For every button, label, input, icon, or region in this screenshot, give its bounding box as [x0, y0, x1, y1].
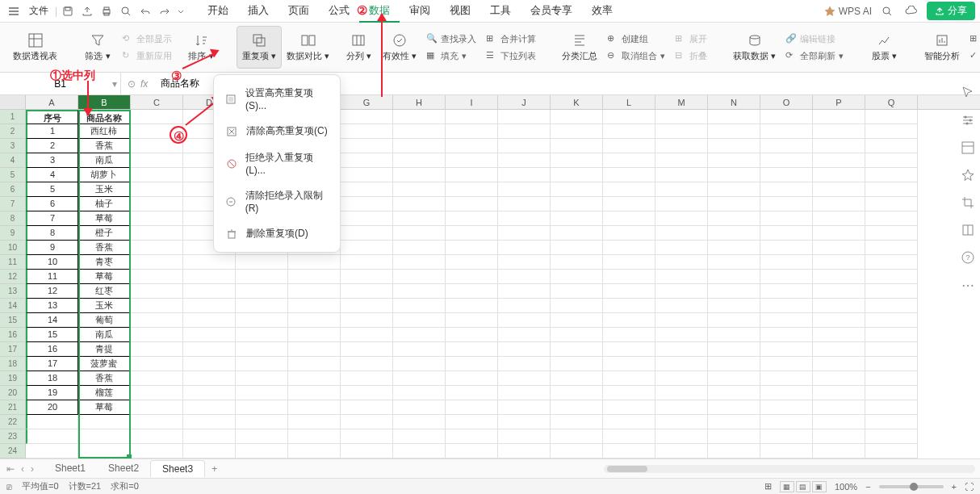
cell[interactable]: [551, 400, 603, 415]
cell[interactable]: [760, 139, 813, 153]
book-icon[interactable]: [961, 223, 975, 237]
cell[interactable]: [498, 328, 551, 342]
cell[interactable]: [498, 182, 551, 197]
duplicates-button[interactable]: 重复项 ▾: [237, 26, 282, 69]
cell[interactable]: [183, 342, 236, 357]
cell[interactable]: 香蕉: [78, 371, 131, 386]
cell[interactable]: [341, 284, 393, 299]
tab-view[interactable]: 视图: [440, 0, 480, 23]
cell[interactable]: [813, 124, 865, 139]
cell[interactable]: [78, 429, 131, 444]
cell[interactable]: [393, 197, 446, 211]
cell[interactable]: [131, 168, 183, 182]
cell[interactable]: [655, 182, 708, 197]
cell[interactable]: [655, 226, 708, 241]
print-icon[interactable]: [98, 2, 115, 20]
row-header[interactable]: 24: [0, 444, 26, 458]
cell[interactable]: [341, 328, 393, 342]
cell[interactable]: [341, 197, 393, 211]
cell[interactable]: [131, 415, 183, 429]
cell[interactable]: [603, 444, 655, 458]
cell[interactable]: [446, 313, 498, 328]
cell[interactable]: [760, 124, 813, 139]
cell[interactable]: [551, 371, 603, 386]
cell[interactable]: [446, 139, 498, 153]
cell[interactable]: [183, 313, 236, 328]
zoom-value[interactable]: 100%: [835, 482, 857, 492]
sheet-tab[interactable]: Sheet3: [150, 460, 205, 477]
cell[interactable]: [813, 255, 865, 270]
cell[interactable]: [236, 284, 288, 299]
cell[interactable]: [551, 226, 603, 241]
cell[interactable]: [288, 429, 341, 444]
cell[interactable]: [603, 429, 655, 444]
cell[interactable]: [865, 124, 918, 139]
cell[interactable]: [446, 357, 498, 371]
cell[interactable]: [498, 429, 551, 444]
cell[interactable]: 15: [26, 328, 78, 342]
cell[interactable]: [708, 444, 760, 458]
cell[interactable]: [393, 357, 446, 371]
cell[interactable]: [393, 400, 446, 415]
cell[interactable]: [131, 444, 183, 458]
cell[interactable]: [760, 400, 813, 415]
col-header-M[interactable]: M: [655, 95, 708, 109]
cell[interactable]: 玉米: [78, 299, 131, 313]
cell[interactable]: [183, 429, 236, 444]
cell[interactable]: [813, 444, 865, 458]
zoom-in-button[interactable]: +: [952, 482, 957, 492]
tab-start[interactable]: 开始: [198, 0, 238, 23]
cell[interactable]: [865, 284, 918, 299]
cell[interactable]: [498, 386, 551, 400]
cell[interactable]: 柚子: [78, 197, 131, 211]
spreadsheet-grid[interactable]: ABCDEFGHIJKLMNOPQ 1234567891011121314151…: [0, 95, 980, 465]
cell[interactable]: [865, 386, 918, 400]
row-header[interactable]: 17: [0, 342, 26, 357]
cell[interactable]: [551, 444, 603, 458]
cell[interactable]: 香蕉: [78, 241, 131, 255]
cell[interactable]: [760, 328, 813, 342]
zoom-slider[interactable]: [879, 485, 944, 488]
cell[interactable]: [708, 400, 760, 415]
cell[interactable]: [288, 284, 341, 299]
cell[interactable]: [708, 197, 760, 211]
cell[interactable]: [655, 139, 708, 153]
select-all-corner[interactable]: [0, 95, 26, 109]
cell[interactable]: [813, 429, 865, 444]
clear-highlight-item[interactable]: 清除高亮重复项(C): [214, 118, 340, 144]
cell[interactable]: [341, 139, 393, 153]
cell[interactable]: [603, 371, 655, 386]
cell[interactable]: [131, 284, 183, 299]
cell[interactable]: [131, 313, 183, 328]
cell[interactable]: [708, 241, 760, 255]
expand-button[interactable]: ⊞展开: [670, 31, 712, 47]
cell[interactable]: [393, 110, 446, 124]
cell[interactable]: 16: [26, 342, 78, 357]
cell[interactable]: [236, 313, 288, 328]
cell[interactable]: [236, 299, 288, 313]
cell[interactable]: [603, 226, 655, 241]
cell[interactable]: [603, 197, 655, 211]
cell[interactable]: 3: [26, 153, 78, 168]
cell[interactable]: [341, 371, 393, 386]
cell[interactable]: [865, 153, 918, 168]
cell[interactable]: [865, 168, 918, 182]
cell[interactable]: [446, 255, 498, 270]
cell[interactable]: [551, 284, 603, 299]
col-header-H[interactable]: H: [393, 95, 446, 109]
cell[interactable]: [341, 313, 393, 328]
cell[interactable]: [446, 328, 498, 342]
cell[interactable]: [446, 386, 498, 400]
cell[interactable]: [446, 299, 498, 313]
cell[interactable]: [236, 371, 288, 386]
cell[interactable]: [341, 400, 393, 415]
validation-button[interactable]: 有效性 ▾: [378, 26, 421, 69]
cell[interactable]: [551, 197, 603, 211]
cell[interactable]: [131, 400, 183, 415]
cell[interactable]: [655, 357, 708, 371]
cell[interactable]: [288, 299, 341, 313]
cell[interactable]: [813, 197, 865, 211]
show-all-button[interactable]: ⟲全部显示: [117, 31, 177, 47]
cell[interactable]: [865, 211, 918, 226]
cell[interactable]: [603, 255, 655, 270]
